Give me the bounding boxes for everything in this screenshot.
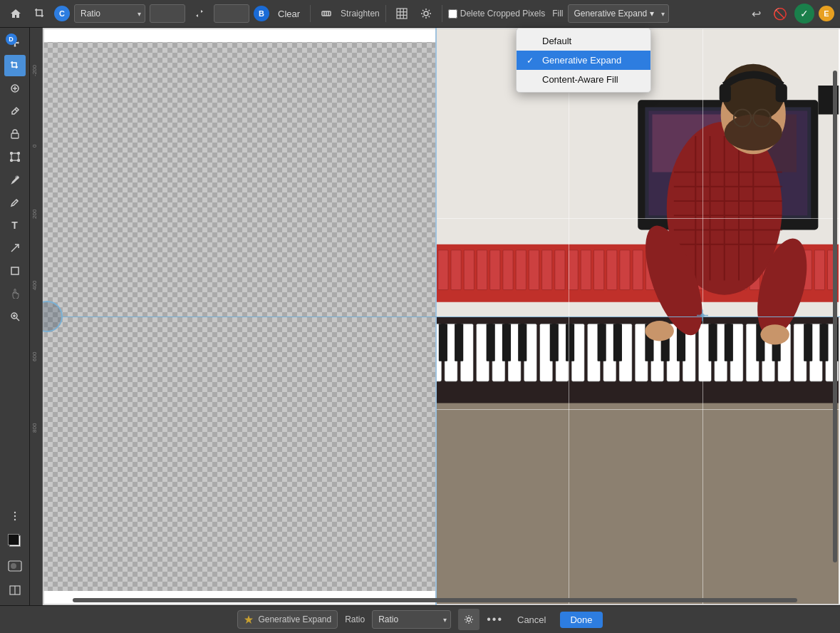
svg-rect-95: [613, 324, 621, 361]
svg-rect-121: [606, 250, 616, 290]
delete-cropped-label[interactable]: Delete Cropped Pixels: [448, 9, 545, 19]
tool-brush[interactable]: [4, 101, 26, 122]
straighten-icon[interactable]: [316, 4, 336, 24]
ruler-vertical: -200 0 200 400 600 800: [30, 28, 43, 605]
tool-pen[interactable]: [4, 192, 26, 213]
svg-point-45: [14, 515, 15, 517]
fill-option-default-label: Default: [542, 36, 571, 46]
svg-rect-53: [435, 388, 841, 605]
tool-layout[interactable]: [4, 580, 26, 601]
tool-quick-mask[interactable]: [4, 555, 26, 577]
no-button[interactable]: 🚫: [770, 4, 790, 24]
fill-option-default[interactable]: Default: [517, 31, 650, 51]
confirm-button[interactable]: ✓: [794, 4, 814, 24]
home-button[interactable]: [6, 4, 26, 24]
generative-expand-check: ✓: [527, 56, 536, 66]
svg-point-162: [645, 321, 674, 341]
svg-line-37: [16, 200, 18, 201]
crop-tool-button[interactable]: [30, 4, 50, 24]
svg-rect-99: [708, 324, 717, 361]
vertical-scrollbar[interactable]: [833, 71, 837, 562]
grid-button[interactable]: [392, 4, 412, 24]
cancel-button[interactable]: Cancel: [510, 612, 553, 628]
badge-c: C: [54, 6, 70, 21]
undo-button[interactable]: ↩: [746, 4, 766, 24]
fill-option-content-aware[interactable]: Content-Aware Fill: [517, 70, 650, 89]
svg-rect-123: [633, 250, 643, 290]
svg-rect-104: [819, 324, 828, 361]
tool-stamp[interactable]: [4, 123, 26, 145]
swap-button[interactable]: [190, 4, 209, 24]
settings-button[interactable]: [416, 4, 436, 24]
svg-rect-111: [477, 250, 487, 290]
height-input[interactable]: [214, 4, 249, 23]
svg-rect-4: [397, 9, 407, 19]
svg-rect-39: [11, 267, 19, 274]
svg-point-36: [16, 176, 19, 179]
main-canvas-area: [30, 28, 840, 605]
svg-rect-116: [541, 250, 551, 290]
svg-text:400: 400: [31, 280, 38, 290]
canvas-photo-divider: [435, 28, 437, 605]
done-button[interactable]: Done: [560, 612, 602, 628]
delete-cropped-checkbox[interactable]: [448, 9, 457, 19]
svg-rect-89: [486, 324, 494, 361]
bottom-ratio-dropdown-wrapper: Ratio Width & Height Original Ratio: [372, 610, 451, 629]
svg-rect-119: [581, 250, 591, 290]
tool-rectangle[interactable]: [4, 260, 26, 282]
separator-1: [310, 5, 311, 22]
tool-zoom[interactable]: [4, 306, 26, 327]
svg-text:-200: -200: [31, 64, 38, 76]
svg-rect-88: [455, 324, 463, 361]
svg-point-44: [14, 512, 15, 513]
bottom-bar: Generative Expand Ratio Ratio Width & He…: [0, 605, 840, 633]
tool-hand[interactable]: [4, 283, 26, 304]
color-swatches: [5, 531, 25, 551]
bottom-settings-icon: [464, 614, 474, 624]
tool-more[interactable]: [4, 505, 26, 527]
svg-line-41: [16, 318, 19, 321]
gen-expand-button[interactable]: Generative Expand: [237, 610, 338, 629]
svg-rect-115: [529, 250, 539, 290]
svg-rect-137: [814, 250, 824, 290]
tool-type[interactable]: T: [4, 215, 26, 236]
crosshair-container: [695, 309, 710, 325]
default-check: [527, 36, 536, 46]
fill-option-generative-expand[interactable]: ✓ Generative Expand A: [517, 51, 650, 70]
svg-point-46: [14, 519, 15, 520]
bottom-more-button[interactable]: •••: [487, 613, 503, 626]
svg-rect-92: [549, 324, 558, 361]
svg-rect-30: [11, 133, 19, 138]
fill-dropdown-wrapper: Generative Expand ▾: [568, 4, 669, 23]
white-top-margin: [43, 28, 451, 42]
tool-eyedropper[interactable]: [4, 169, 26, 190]
tool-transform[interactable]: [4, 146, 26, 168]
delete-cropped-text: Delete Cropped Pixels: [460, 9, 545, 19]
horizontal-scrollbar[interactable]: [73, 598, 797, 602]
foreground-color[interactable]: [8, 534, 19, 545]
separator-3: [442, 5, 442, 22]
fill-dropdown-button[interactable]: Generative Expand ▾: [568, 4, 669, 23]
tool-heal[interactable]: [4, 78, 26, 99]
svg-rect-103: [804, 324, 812, 361]
bottom-ratio-select[interactable]: Ratio Width & Height Original Ratio: [372, 610, 451, 629]
svg-rect-109: [451, 250, 461, 290]
bottom-dots-icon: •••: [487, 613, 503, 625]
svg-text:600: 600: [31, 351, 38, 361]
tool-arrow[interactable]: [4, 237, 26, 259]
svg-rect-113: [502, 250, 512, 290]
bottom-settings-button[interactable]: [458, 609, 479, 630]
clear-button[interactable]: Clear: [274, 6, 304, 21]
svg-rect-117: [554, 250, 564, 290]
svg-line-29: [15, 109, 17, 111]
straighten-label: Straighten: [341, 9, 380, 19]
gen-expand-label: Generative Expand: [258, 614, 331, 624]
svg-point-33: [17, 153, 19, 155]
svg-rect-108: [437, 250, 447, 290]
badge-e: E: [819, 6, 834, 21]
gen-expand-icon: [244, 614, 254, 624]
width-input[interactable]: [150, 4, 185, 23]
svg-point-34: [10, 160, 12, 162]
ratio-select[interactable]: Ratio: [74, 4, 145, 23]
tool-crop[interactable]: [4, 55, 26, 76]
